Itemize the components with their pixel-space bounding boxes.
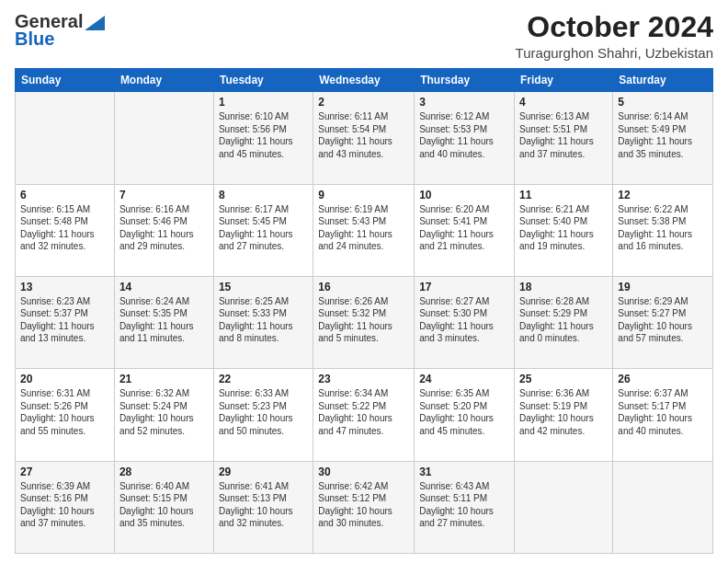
day-number: 4 — [519, 96, 608, 109]
calendar-cell: 11Sunrise: 6:21 AM Sunset: 5:40 PM Dayli… — [515, 184, 613, 276]
header: General Blue October 2024 Turagurghon Sh… — [15, 11, 713, 61]
day-number: 14 — [119, 281, 209, 293]
day-number: 29 — [219, 465, 308, 478]
day-number: 10 — [419, 189, 509, 201]
day-info: Sunrise: 6:42 AM Sunset: 5:12 PM Dayligh… — [318, 480, 409, 530]
calendar-cell: 7Sunrise: 6:16 AM Sunset: 5:46 PM Daylig… — [114, 184, 213, 276]
day-number: 1 — [219, 96, 308, 109]
day-info: Sunrise: 6:24 AM Sunset: 5:35 PM Dayligh… — [119, 295, 209, 345]
calendar-cell — [16, 92, 115, 184]
calendar-week-row: 27Sunrise: 6:39 AM Sunset: 5:16 PM Dayli… — [16, 461, 713, 553]
day-info: Sunrise: 6:22 AM Sunset: 5:38 PM Dayligh… — [618, 203, 708, 253]
calendar-week-row: 6Sunrise: 6:15 AM Sunset: 5:48 PM Daylig… — [16, 184, 713, 276]
day-number: 26 — [618, 373, 708, 385]
calendar-cell: 1Sunrise: 6:10 AM Sunset: 5:56 PM Daylig… — [213, 92, 313, 184]
day-number: 25 — [519, 373, 608, 385]
day-number: 24 — [419, 373, 509, 385]
calendar-cell: 30Sunrise: 6:42 AM Sunset: 5:12 PM Dayli… — [313, 461, 415, 553]
day-info: Sunrise: 6:31 AM Sunset: 5:26 PM Dayligh… — [20, 387, 109, 437]
logo-icon — [85, 16, 105, 30]
day-info: Sunrise: 6:37 AM Sunset: 5:17 PM Dayligh… — [618, 387, 708, 437]
calendar-cell: 22Sunrise: 6:33 AM Sunset: 5:23 PM Dayli… — [213, 369, 313, 461]
calendar-cell: 21Sunrise: 6:32 AM Sunset: 5:24 PM Dayli… — [114, 369, 213, 461]
day-number: 9 — [318, 189, 409, 201]
calendar-cell: 6Sunrise: 6:15 AM Sunset: 5:48 PM Daylig… — [16, 184, 115, 276]
day-info: Sunrise: 6:32 AM Sunset: 5:24 PM Dayligh… — [119, 387, 209, 437]
day-number: 5 — [618, 96, 708, 109]
logo-blue-text: Blue — [15, 29, 54, 50]
calendar-cell — [114, 92, 213, 184]
col-header-tuesday: Tuesday — [213, 69, 313, 92]
calendar-cell: 31Sunrise: 6:43 AM Sunset: 5:11 PM Dayli… — [415, 461, 515, 553]
calendar-table: SundayMondayTuesdayWednesdayThursdayFrid… — [15, 68, 713, 554]
calendar-cell: 17Sunrise: 6:27 AM Sunset: 5:30 PM Dayli… — [415, 276, 515, 368]
day-info: Sunrise: 6:34 AM Sunset: 5:22 PM Dayligh… — [318, 387, 409, 437]
location-title: Turagurghon Shahri, Uzbekistan — [516, 45, 713, 61]
day-number: 20 — [20, 373, 109, 385]
calendar-cell: 15Sunrise: 6:25 AM Sunset: 5:33 PM Dayli… — [213, 276, 313, 368]
calendar-cell: 18Sunrise: 6:28 AM Sunset: 5:29 PM Dayli… — [515, 276, 613, 368]
day-number: 3 — [419, 96, 509, 109]
svg-marker-0 — [85, 16, 105, 30]
col-header-wednesday: Wednesday — [313, 69, 415, 92]
day-number: 21 — [119, 373, 209, 385]
day-number: 16 — [318, 281, 409, 293]
col-header-sunday: Sunday — [16, 69, 115, 92]
col-header-thursday: Thursday — [415, 69, 515, 92]
calendar-cell: 4Sunrise: 6:13 AM Sunset: 5:51 PM Daylig… — [515, 92, 613, 184]
calendar-cell: 19Sunrise: 6:29 AM Sunset: 5:27 PM Dayli… — [613, 276, 713, 368]
day-info: Sunrise: 6:13 AM Sunset: 5:51 PM Dayligh… — [519, 110, 608, 160]
logo: General Blue — [15, 11, 105, 50]
calendar-cell: 2Sunrise: 6:11 AM Sunset: 5:54 PM Daylig… — [313, 92, 415, 184]
calendar-cell: 24Sunrise: 6:35 AM Sunset: 5:20 PM Dayli… — [415, 369, 515, 461]
col-header-friday: Friday — [515, 69, 613, 92]
day-number: 30 — [318, 465, 409, 478]
calendar-cell: 3Sunrise: 6:12 AM Sunset: 5:53 PM Daylig… — [415, 92, 515, 184]
day-info: Sunrise: 6:16 AM Sunset: 5:46 PM Dayligh… — [119, 203, 209, 253]
calendar-cell: 16Sunrise: 6:26 AM Sunset: 5:32 PM Dayli… — [313, 276, 415, 368]
day-number: 17 — [419, 281, 509, 293]
calendar-cell: 8Sunrise: 6:17 AM Sunset: 5:45 PM Daylig… — [213, 184, 313, 276]
day-info: Sunrise: 6:41 AM Sunset: 5:13 PM Dayligh… — [219, 480, 308, 530]
calendar-week-row: 13Sunrise: 6:23 AM Sunset: 5:37 PM Dayli… — [16, 276, 713, 368]
calendar-cell — [613, 461, 713, 553]
day-number: 28 — [119, 465, 209, 478]
calendar-week-row: 1Sunrise: 6:10 AM Sunset: 5:56 PM Daylig… — [16, 92, 713, 184]
day-number: 7 — [119, 189, 209, 201]
calendar-cell: 10Sunrise: 6:20 AM Sunset: 5:41 PM Dayli… — [415, 184, 515, 276]
day-info: Sunrise: 6:36 AM Sunset: 5:19 PM Dayligh… — [519, 387, 608, 437]
day-info: Sunrise: 6:23 AM Sunset: 5:37 PM Dayligh… — [20, 295, 109, 345]
day-info: Sunrise: 6:11 AM Sunset: 5:54 PM Dayligh… — [318, 110, 409, 160]
day-number: 23 — [318, 373, 409, 385]
day-info: Sunrise: 6:10 AM Sunset: 5:56 PM Dayligh… — [219, 110, 308, 160]
day-info: Sunrise: 6:25 AM Sunset: 5:33 PM Dayligh… — [219, 295, 308, 345]
day-info: Sunrise: 6:33 AM Sunset: 5:23 PM Dayligh… — [219, 387, 308, 437]
calendar-cell: 27Sunrise: 6:39 AM Sunset: 5:16 PM Dayli… — [16, 461, 115, 553]
day-info: Sunrise: 6:17 AM Sunset: 5:45 PM Dayligh… — [219, 203, 308, 253]
day-info: Sunrise: 6:43 AM Sunset: 5:11 PM Dayligh… — [419, 480, 509, 530]
day-info: Sunrise: 6:27 AM Sunset: 5:30 PM Dayligh… — [419, 295, 509, 345]
day-info: Sunrise: 6:39 AM Sunset: 5:16 PM Dayligh… — [20, 480, 109, 530]
day-number: 22 — [219, 373, 308, 385]
calendar-header-row: SundayMondayTuesdayWednesdayThursdayFrid… — [16, 69, 713, 92]
title-block: October 2024 Turagurghon Shahri, Uzbekis… — [516, 11, 713, 61]
day-info: Sunrise: 6:19 AM Sunset: 5:43 PM Dayligh… — [318, 203, 409, 253]
calendar-cell: 14Sunrise: 6:24 AM Sunset: 5:35 PM Dayli… — [114, 276, 213, 368]
day-info: Sunrise: 6:28 AM Sunset: 5:29 PM Dayligh… — [519, 295, 608, 345]
calendar-cell — [515, 461, 613, 553]
day-info: Sunrise: 6:21 AM Sunset: 5:40 PM Dayligh… — [519, 203, 608, 253]
day-number: 12 — [618, 189, 708, 201]
day-number: 13 — [20, 281, 109, 293]
col-header-saturday: Saturday — [613, 69, 713, 92]
calendar-cell: 23Sunrise: 6:34 AM Sunset: 5:22 PM Dayli… — [313, 369, 415, 461]
day-info: Sunrise: 6:14 AM Sunset: 5:49 PM Dayligh… — [618, 110, 708, 160]
day-number: 27 — [20, 465, 109, 478]
calendar-cell: 12Sunrise: 6:22 AM Sunset: 5:38 PM Dayli… — [613, 184, 713, 276]
col-header-monday: Monday — [114, 69, 213, 92]
calendar-cell: 25Sunrise: 6:36 AM Sunset: 5:19 PM Dayli… — [515, 369, 613, 461]
day-info: Sunrise: 6:12 AM Sunset: 5:53 PM Dayligh… — [419, 110, 509, 160]
day-info: Sunrise: 6:20 AM Sunset: 5:41 PM Dayligh… — [419, 203, 509, 253]
day-number: 18 — [519, 281, 608, 293]
day-info: Sunrise: 6:29 AM Sunset: 5:27 PM Dayligh… — [618, 295, 708, 345]
calendar-cell: 13Sunrise: 6:23 AM Sunset: 5:37 PM Dayli… — [16, 276, 115, 368]
